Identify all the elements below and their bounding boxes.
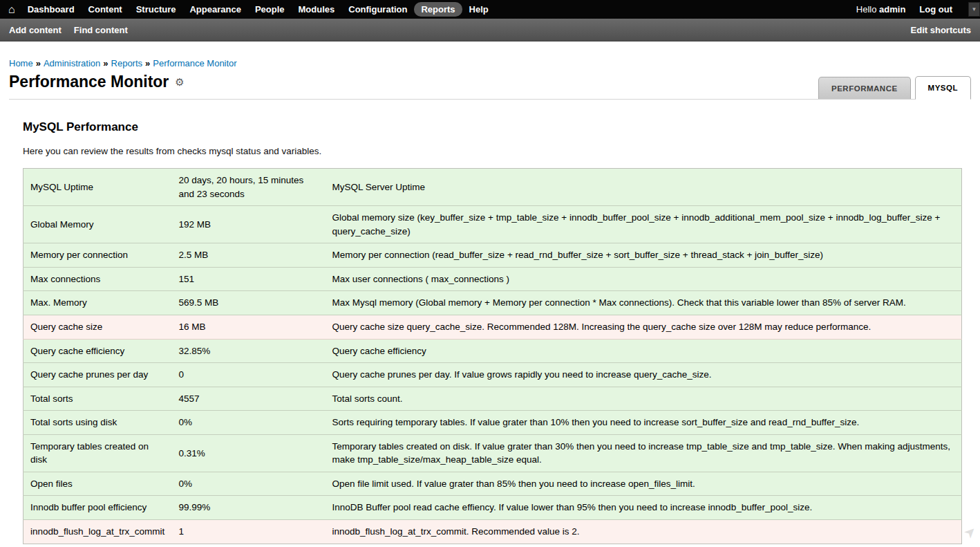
metric-description: Max Mysql memory (Global memory + Memory… [326,291,962,315]
admin-menu-item-appearance[interactable]: Appearance [182,2,247,17]
admin-menu-item-people[interactable]: People [248,2,292,17]
table-row: Temporary tables created on disk 0.31% T… [23,434,962,472]
metric-description: Global memory size (key_buffer_size + tm… [326,206,962,243]
toolbar-toggle[interactable]: ▼ [968,2,980,17]
metric-name: Max. Memory [23,291,172,315]
table-row: Query cache prunes per day 0 Query cache… [23,363,962,387]
metric-value: 4557 [172,387,326,411]
gear-icon[interactable]: ⚙ [175,77,184,87]
shortcut-links: Add contentFind content [9,25,128,35]
metric-description: MySQL Server Uptime [326,169,962,206]
table-row: Global Memory 192 MB Global memory size … [23,206,962,243]
page-container: Home»Administration»Reports»Performance … [0,58,980,547]
metric-value: 20 days, 20 hours, 15 minutes and 23 sec… [172,169,326,206]
admin-menu-item-content[interactable]: Content [82,2,129,17]
toolbar-account-area: Hello admin Log out [856,4,973,15]
metric-value: 0% [172,472,326,496]
breadcrumb-separator: » [103,58,108,68]
metric-name: Query cache prunes per day [23,363,172,387]
table-row: Max connections 151 Max user connections… [23,267,962,291]
metric-name: Query cache size [23,315,172,339]
metric-description: innodb_flush_log_at_trx_commit. Recommen… [326,520,962,544]
admin-menu-item-modules[interactable]: Modules [292,2,342,17]
metric-value: 0.31% [172,434,326,472]
metric-value: 16 MB [172,315,326,339]
table-row: Open files 0% Open file limit used. If v… [23,472,962,496]
chevron-down-icon: ▼ [972,6,977,12]
metric-description: Max user connections ( max_connections ) [326,267,962,291]
metric-name: Temporary tables created on disk [23,434,172,472]
admin-menu-item-dashboard[interactable]: Dashboard [21,2,82,17]
breadcrumb-separator: » [145,58,150,68]
shortcut-link-add-content[interactable]: Add content [9,25,62,35]
table-row: MySQL Uptime 20 days, 20 hours, 15 minut… [23,169,962,206]
tab-mysql[interactable]: MYSQL [915,76,971,100]
metric-value: 1 [172,520,326,544]
metric-value: 32.85% [172,339,326,363]
tab-performance[interactable]: PERFORMANCE [818,77,911,99]
metric-description: Memory per connection (read_buffer_size … [326,243,962,268]
performance-table-body: MySQL Uptime 20 days, 20 hours, 15 minut… [23,169,962,544]
metric-value: 151 [172,267,326,291]
metric-description: Query cache size query_cache_size. Recom… [326,315,962,339]
breadcrumb-link-administration[interactable]: Administration [44,58,100,68]
edit-shortcuts-link[interactable]: Edit shortcuts [911,25,971,35]
section-description: Here you can review the results from che… [23,146,962,156]
admin-menu-item-help[interactable]: Help [462,2,496,17]
performance-table: MySQL Uptime 20 days, 20 hours, 15 minut… [23,168,962,544]
metric-value: 99.99% [172,496,326,520]
table-row: Query cache size 16 MB Query cache size … [23,315,962,339]
table-row: Query cache efficiency 32.85% Query cach… [23,339,962,363]
metric-description: Open file limit used. If value grater th… [326,472,962,496]
main-content: MySQL Performance Here you can review th… [9,120,971,547]
page-header: Performance Monitor ⚙ PERFORMANCEMYSQL [9,73,971,100]
metric-description: InnoDB Buffer pool read cache effiency. … [326,496,962,520]
username: admin [879,4,905,15]
admin-toolbar: ⌂ DashboardContentStructureAppearancePeo… [0,0,980,19]
breadcrumb-separator: » [36,58,41,68]
shortcut-bar: Add contentFind content Edit shortcuts [0,19,980,41]
greeting-text: Hello admin [856,4,906,15]
home-icon[interactable]: ⌂ [8,4,15,15]
metric-name: Total sorts using disk [23,411,172,435]
metric-name: Max connections [23,267,172,291]
metric-name: innodb_flush_log_at_trx_commit [23,520,172,544]
table-row: Max. Memory 569.5 MB Max Mysql memory (G… [23,291,962,315]
breadcrumb: Home»Administration»Reports»Performance … [9,58,971,68]
metric-description: Temporary tables created on disk. If val… [326,434,962,472]
metric-name: Open files [23,472,172,496]
table-row: Total sorts using disk 0% Sorts requirin… [23,411,962,435]
admin-menu-item-structure[interactable]: Structure [129,2,183,17]
metric-value: 0% [172,411,326,435]
metric-name: Memory per connection [23,243,172,268]
metric-value: 192 MB [172,206,326,243]
table-row: Innodb buffer pool efficiency 99.99% Inn… [23,496,962,520]
shortcut-link-find-content[interactable]: Find content [74,25,128,35]
table-row: Memory per connection 2.5 MB Memory per … [23,243,962,268]
metric-description: Query cache prunes per day. If value gro… [326,363,962,387]
metric-value: 569.5 MB [172,291,326,315]
admin-menu-item-reports[interactable]: Reports [414,2,462,17]
table-row: Total sorts 4557 Total sorts count. [23,387,962,411]
metric-name: Total sorts [23,387,172,411]
page-title: Performance Monitor [9,73,169,91]
metric-description: Total sorts count. [326,387,962,411]
breadcrumb-link-reports[interactable]: Reports [111,58,143,68]
metric-name: Innodb buffer pool efficiency [23,496,172,520]
metric-name: Query cache efficiency [23,339,172,363]
metric-name: MySQL Uptime [23,169,172,206]
breadcrumb-link-home[interactable]: Home [9,58,33,68]
metric-description: Sorts requiring temporary tables. If val… [326,411,962,435]
title-wrap: Performance Monitor ⚙ [9,73,185,99]
breadcrumb-link-performance-monitor[interactable]: Performance Monitor [153,58,236,68]
metric-value: 0 [172,363,326,387]
metric-value: 2.5 MB [172,243,326,268]
metric-name: Global Memory [23,206,172,243]
greeting-word: Hello [856,4,877,15]
admin-menu-item-configuration[interactable]: Configuration [341,2,414,17]
tabs: PERFORMANCEMYSQL [818,76,971,99]
section-title: MySQL Performance [23,120,962,134]
metric-description: Query cache efficiency [326,339,962,363]
logout-link[interactable]: Log out [919,4,952,15]
admin-menu: DashboardContentStructureAppearancePeopl… [21,2,496,17]
